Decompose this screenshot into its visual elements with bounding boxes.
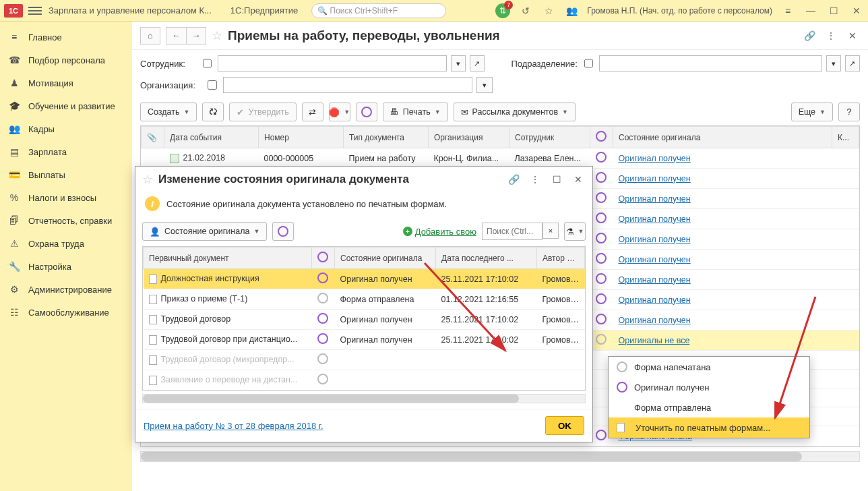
state-link[interactable]: Оригинал получен — [619, 154, 691, 163]
state-link[interactable]: Оригинал получен — [619, 295, 691, 305]
col-state[interactable]: Состояние оригинала — [613, 127, 832, 148]
users-icon[interactable]: 👥 — [564, 3, 579, 18]
state-link[interactable]: Оригинал получен — [619, 174, 691, 183]
employee-filter-input[interactable] — [218, 55, 447, 71]
department-expand-button[interactable]: ▾ — [826, 55, 841, 71]
modal-state-button[interactable]: 👤 Состояние оригинала ▼ — [142, 222, 267, 241]
sidebar-item-9[interactable]: ⚠Охрана труда — [0, 232, 132, 255]
help-button[interactable]: ? — [838, 103, 860, 121]
org-filter-checkbox[interactable] — [208, 80, 217, 90]
sidebar-item-6[interactable]: 💳Выплаты — [0, 163, 132, 186]
state-link[interactable]: Оригинал получен — [619, 275, 691, 285]
menu-icon[interactable]: ≡ — [780, 3, 795, 18]
home-button[interactable]: ⌂ — [140, 27, 160, 45]
modal-maximize-icon[interactable]: ☐ — [549, 172, 564, 187]
employee-open-button[interactable]: ↗ — [470, 55, 485, 71]
notifications-badge[interactable]: ⇅ — [495, 3, 510, 18]
modal-table-row[interactable]: Заявление о переводе на дистан... — [144, 370, 585, 391]
modal-link-icon[interactable]: 🔗 — [506, 172, 521, 187]
sidebar-item-0[interactable]: ≡Главное — [0, 26, 132, 49]
dropdown-item[interactable]: Уточнить по печатным формам... — [609, 417, 809, 438]
col-doctype[interactable]: Тип документа — [344, 127, 429, 148]
col-attach[interactable]: 📎 — [142, 127, 164, 148]
sidebar-item-8[interactable]: 🗐Отчетность, справки — [0, 209, 132, 232]
modal-search-input[interactable] — [482, 223, 542, 240]
dropdown-item[interactable]: Оригинал получен — [609, 377, 809, 397]
org-filter-input[interactable] — [223, 77, 472, 93]
modal-filter-button[interactable]: ⚗▼ — [564, 222, 586, 241]
dropdown-item[interactable]: Форма напечатана — [609, 357, 809, 377]
modal-table-row[interactable]: Трудовой договор Оригинал получен 25.11.… — [144, 310, 585, 330]
state-link[interactable]: Оригинал получен — [619, 255, 691, 264]
state-link[interactable]: Оригинал получен — [619, 194, 691, 204]
m-col-date[interactable]: Дата последнего ... — [436, 248, 537, 269]
close-tab-icon[interactable]: ✕ — [845, 28, 860, 43]
sidebar-item-5[interactable]: ▤Зарплата — [0, 140, 132, 163]
create-button[interactable]: Создать▼ — [140, 103, 197, 121]
modal-search-clear[interactable]: × — [542, 223, 559, 239]
m-col-icon[interactable] — [312, 248, 335, 269]
modal-table-row[interactable]: Приказ о приеме (Т-1) Форма отправлена 0… — [144, 289, 585, 310]
sidebar-item-4[interactable]: 👥Кадры — [0, 117, 132, 140]
state-link[interactable]: Оригинал получен — [619, 316, 691, 325]
kebab-icon[interactable]: ⋮ — [824, 28, 838, 43]
history-icon[interactable]: ↺ — [518, 3, 533, 18]
mailing-button[interactable]: ✉ Рассылка документов▼ — [454, 103, 576, 121]
refresh-button[interactable]: 🗘 — [202, 103, 224, 121]
sidebar-item-12[interactable]: ☷Самообслуживание — [0, 301, 132, 324]
department-filter-input[interactable] — [599, 55, 822, 71]
col-k[interactable]: К... — [832, 127, 859, 148]
exchange-button[interactable]: ⇄ — [302, 103, 323, 121]
state-link[interactable]: Оригиналы не все — [619, 336, 690, 345]
modal-horizontal-scrollbar[interactable] — [142, 394, 586, 403]
close-icon[interactable]: ✕ — [849, 3, 864, 18]
forward-button[interactable]: → — [186, 27, 206, 45]
ok-button[interactable]: OK — [545, 416, 584, 435]
favorite-star-icon[interactable]: ☆ — [212, 28, 222, 43]
sidebar-item-2[interactable]: ♟Мотивация — [0, 71, 132, 94]
m-col-state[interactable]: Состояние оригинала — [335, 248, 436, 269]
department-open-button[interactable]: ↗ — [845, 55, 860, 71]
m-col-doc[interactable]: Первичный документ — [144, 248, 312, 269]
dropdown-item[interactable]: Форма отправлена — [609, 397, 809, 417]
sidebar-item-10[interactable]: 🔧Настройка — [0, 255, 132, 278]
state-toolbar-button[interactable] — [356, 103, 377, 121]
col-org[interactable]: Организация — [429, 127, 509, 148]
col-number[interactable]: Номер — [259, 127, 344, 148]
col-date[interactable]: Дата события — [164, 127, 259, 148]
minimize-icon[interactable]: — — [803, 3, 818, 18]
global-search[interactable]: 🔍 Поиск Ctrl+Shift+F — [311, 3, 446, 18]
m-col-author[interactable]: Автор изм... — [537, 248, 585, 269]
col-employee[interactable]: Сотрудник — [509, 127, 590, 148]
department-filter-checkbox[interactable] — [584, 59, 593, 68]
back-button[interactable]: ← — [166, 27, 186, 45]
sidebar-item-3[interactable]: 🎓Обучение и развитие — [0, 94, 132, 117]
state-link[interactable]: Оригинал получен — [619, 235, 691, 244]
modal-table-row[interactable]: Должностная инструкция Оригинал получен … — [144, 269, 585, 289]
state-link[interactable]: Оригинал получен — [619, 214, 691, 224]
modal-table-row[interactable]: Трудовой договор (микропредпр... — [144, 350, 585, 370]
stamp-button[interactable]: 🛑▼ — [329, 103, 350, 121]
employee-expand-button[interactable]: ▾ — [451, 55, 466, 71]
hamburger-icon[interactable] — [28, 4, 42, 18]
star-icon[interactable]: ☆ — [541, 3, 556, 18]
print-button[interactable]: 🖶 Печать▼ — [383, 103, 448, 121]
more-button[interactable]: Еще▼ — [791, 103, 833, 121]
table-row[interactable]: 21.02.2018 0000-000005 Прием на работу К… — [142, 148, 859, 169]
modal-star-icon[interactable]: ☆ — [142, 172, 153, 187]
sidebar-item-7[interactable]: %Налоги и взносы — [0, 186, 132, 209]
maximize-icon[interactable]: ☐ — [826, 3, 841, 18]
sidebar-item-1[interactable]: ☎Подбор персонала — [0, 49, 132, 71]
add-own-link[interactable]: +Добавить свою — [403, 227, 476, 237]
approve-button[interactable]: ✔ Утвердить — [229, 103, 296, 121]
link-icon[interactable]: 🔗 — [802, 28, 817, 43]
modal-close-icon[interactable]: ✕ — [571, 172, 586, 187]
employee-filter-checkbox[interactable] — [203, 59, 212, 68]
main-horizontal-scrollbar[interactable] — [140, 451, 860, 462]
sidebar-item-11[interactable]: ⚙Администрирование — [0, 278, 132, 301]
col-state-icon[interactable] — [590, 127, 613, 148]
modal-table-row[interactable]: Трудовой договор при дистанцио... Оригин… — [144, 330, 585, 350]
org-expand-button[interactable]: ▾ — [476, 77, 493, 93]
modal-footer-link[interactable]: Прием на работу № 3 от 28 февраля 2018 г… — [144, 421, 323, 431]
modal-kebab-icon[interactable]: ⋮ — [528, 172, 542, 187]
